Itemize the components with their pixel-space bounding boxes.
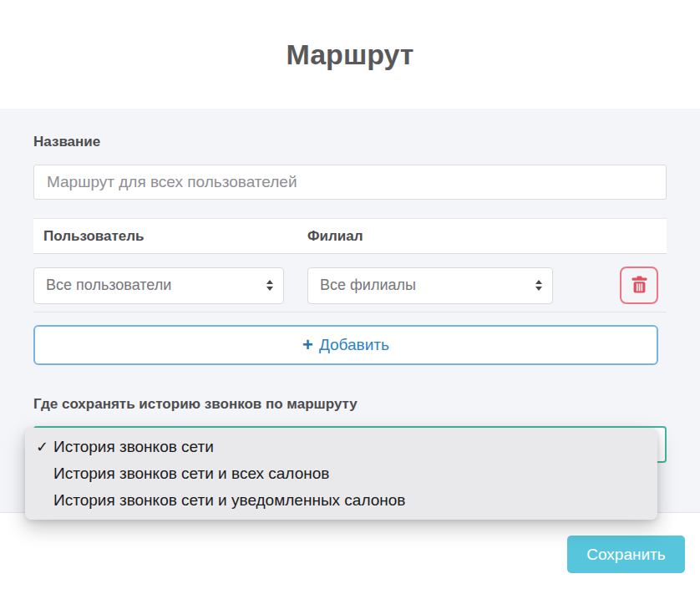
branch-select[interactable]: Все филиалы (307, 267, 553, 304)
delete-row-button[interactable] (620, 267, 658, 304)
plus-icon: + (302, 336, 313, 354)
trash-icon (632, 276, 647, 296)
history-dropdown-menu: ✓ История звонков сети История звонков с… (25, 428, 657, 520)
user-select-value: Все пользователи (46, 277, 171, 294)
save-button[interactable]: Сохранить (567, 536, 685, 573)
table-header-row: Пользователь Филиал (33, 218, 667, 254)
dropdown-option-label: История звонков сети и уведомленных сало… (53, 491, 405, 509)
add-row-button-label: Добавить (319, 336, 389, 354)
branch-select-value: Все филиалы (320, 277, 416, 294)
history-select-wrap: ✓ История звонков сети История звонков с… (33, 426, 667, 463)
select-updown-icon (266, 280, 273, 291)
checkmark-icon: ✓ (36, 434, 48, 460)
dropdown-option[interactable]: История звонков сети и всех салонов (25, 460, 657, 487)
modal-footer: Сохранить (0, 512, 700, 589)
column-header-branch: Филиал (307, 228, 363, 245)
page-title: Маршрут (286, 38, 413, 71)
routes-table: Пользователь Филиал Все пользователи Все… (33, 218, 667, 365)
modal-body: Название Пользователь Филиал Все пользов… (0, 109, 700, 512)
route-modal: Маршрут Название Пользователь Филиал Все… (0, 0, 700, 589)
add-row-button[interactable]: + Добавить (33, 325, 658, 365)
dropdown-option[interactable]: История звонков сети и уведомленных сало… (25, 487, 657, 514)
column-header-user: Пользователь (43, 228, 307, 245)
name-label: Название (33, 134, 667, 150)
dropdown-option-label: История звонков сети и всех салонов (53, 465, 329, 482)
user-select[interactable]: Все пользователи (33, 267, 284, 304)
dropdown-option-selected[interactable]: ✓ История звонков сети (25, 434, 657, 460)
select-updown-icon (535, 280, 542, 291)
dropdown-option-label: История звонков сети (53, 438, 214, 455)
history-label: Где сохранять историю звонков по маршрут… (33, 396, 667, 413)
table-row: Все пользователи Все филиалы (33, 254, 667, 312)
modal-header: Маршрут (0, 0, 700, 109)
save-button-label: Сохранить (586, 546, 665, 564)
route-name-input[interactable] (33, 165, 667, 200)
